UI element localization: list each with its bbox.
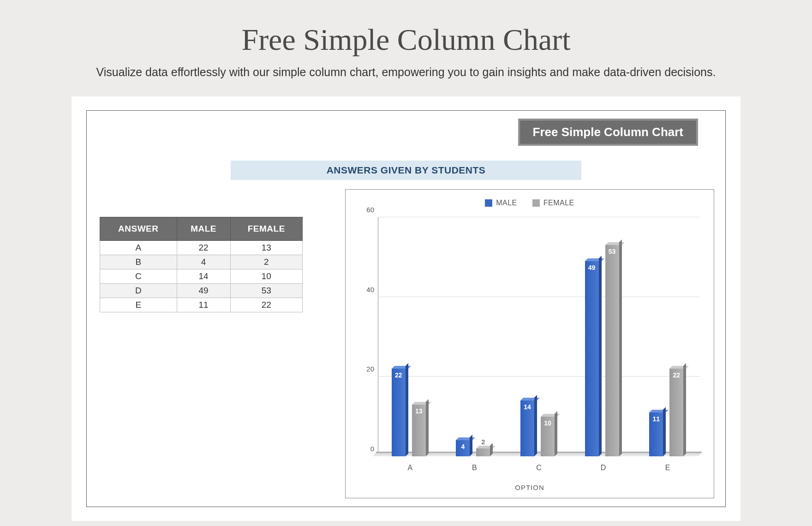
- table-cell: 22: [177, 241, 230, 255]
- bar-female: 22: [669, 369, 683, 456]
- table-row: D4953: [100, 284, 303, 298]
- bar-value-label: 49: [588, 264, 596, 271]
- y-tick-20: 20: [366, 365, 374, 373]
- table-cell: C: [100, 269, 177, 284]
- x-tick-label: D: [571, 464, 636, 472]
- legend-item-female: FEMALE: [532, 199, 574, 207]
- bar-female: 10: [541, 417, 555, 456]
- bar-value-label: 10: [544, 419, 551, 427]
- chart-heading: ANSWERS GIVEN BY STUDENTS: [231, 161, 581, 180]
- table-header-female: FEMALE: [230, 217, 302, 241]
- table-header-male: MALE: [177, 217, 230, 241]
- y-axis: 0 20 40 60: [359, 217, 378, 456]
- table-row: B42: [100, 255, 303, 269]
- table-cell: 11: [177, 298, 230, 312]
- table-cell: 53: [230, 284, 302, 298]
- bar-value-label: 53: [609, 248, 616, 255]
- page-subtitle: Visualize data effortlessly with our sim…: [0, 66, 812, 79]
- chart-plot-area: 0 20 40 60 2213A42B1410C4953D1122E: [378, 217, 700, 456]
- table-cell: 4: [177, 255, 230, 269]
- legend-item-male: MALE: [485, 199, 517, 207]
- bar-male: 4: [456, 440, 470, 456]
- legend-swatch-female: [532, 199, 540, 207]
- bar-female: 2: [476, 448, 490, 456]
- x-axis-title: OPTION: [346, 484, 714, 491]
- chart-badge: Free Simple Column Chart: [519, 119, 698, 145]
- chart-legend: MALE FEMALE: [346, 199, 714, 209]
- bar-value-label: 22: [395, 371, 402, 379]
- bar-female: 13: [412, 405, 426, 456]
- bar-value-label: 14: [524, 403, 531, 411]
- table-cell: B: [100, 255, 177, 269]
- bar-value-label: 11: [652, 415, 660, 423]
- page-title: Free Simple Column Chart: [0, 0, 812, 57]
- x-tick-label: C: [507, 464, 571, 472]
- document-inner: Free Simple Column Chart ANSWERS GIVEN B…: [86, 110, 726, 507]
- table-cell: E: [100, 298, 177, 312]
- bar-value-label: 4: [461, 443, 465, 450]
- x-tick-label: A: [378, 464, 442, 472]
- table-cell: 13: [230, 241, 302, 255]
- y-tick-60: 60: [366, 206, 374, 214]
- table-row: E1122: [100, 298, 303, 312]
- table-row: C1410: [100, 269, 303, 284]
- legend-label-female: FEMALE: [543, 199, 574, 207]
- table-header-row: ANSWER MALE FEMALE: [100, 217, 303, 241]
- table-cell: 10: [230, 269, 302, 284]
- x-tick-label: B: [442, 464, 507, 472]
- bar-value-label: 22: [673, 371, 680, 379]
- table-cell: 2: [230, 255, 302, 269]
- data-table: ANSWER MALE FEMALE A2213B42C1410D4953E11…: [100, 217, 303, 312]
- table-cell: 22: [230, 298, 302, 312]
- bar-male: 14: [520, 400, 534, 456]
- legend-swatch-male: [485, 199, 492, 207]
- bar-value-label: 2: [481, 438, 485, 446]
- bar-group: 4953D: [571, 217, 636, 456]
- table-cell: A: [100, 241, 177, 255]
- table-cell: 49: [177, 284, 230, 298]
- chart-box: MALE FEMALE 0 20 40 60: [345, 189, 714, 498]
- table-cell: 14: [177, 269, 230, 284]
- legend-label-male: MALE: [496, 199, 517, 207]
- y-tick-0: 0: [370, 445, 374, 453]
- bar-value-label: 13: [415, 407, 423, 415]
- y-tick-40: 40: [366, 285, 374, 293]
- table-row: A2213: [100, 241, 303, 255]
- bar-group: 2213A: [378, 217, 442, 456]
- x-tick-label: E: [635, 464, 700, 472]
- document-card: Free Simple Column Chart ANSWERS GIVEN B…: [72, 96, 740, 521]
- table-cell: D: [100, 284, 177, 298]
- bar-group: 1410C: [507, 217, 571, 456]
- bar-male: 49: [585, 261, 599, 456]
- bar-male: 22: [392, 369, 406, 456]
- bar-male: 11: [649, 412, 663, 456]
- bar-female: 53: [605, 245, 619, 456]
- bar-group: 1122E: [635, 217, 700, 456]
- bar-group: 42B: [442, 217, 507, 456]
- table-header-answer: ANSWER: [100, 217, 177, 241]
